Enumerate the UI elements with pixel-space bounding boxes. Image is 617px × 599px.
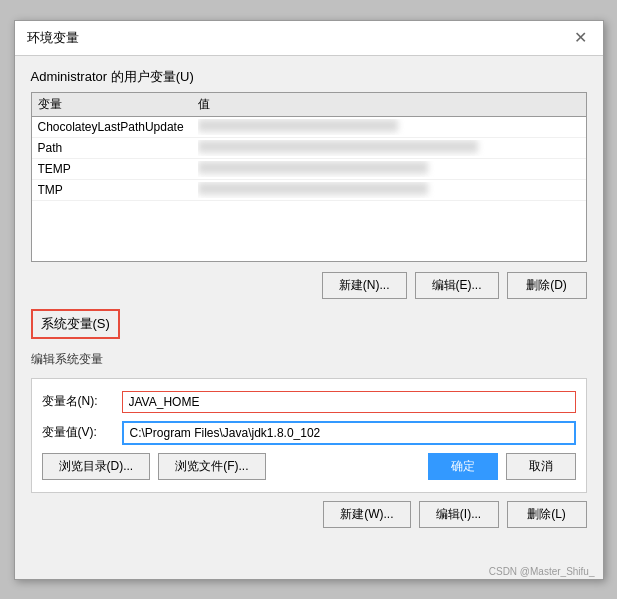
table-row[interactable]: Path — [32, 138, 586, 159]
user-section-label: Administrator 的用户变量(U) — [31, 68, 587, 86]
cancel-button[interactable]: 取消 — [506, 453, 576, 480]
var-name-cell: TEMP — [38, 162, 198, 176]
dialog-body: Administrator 的用户变量(U) 变量 值 ChocolateyLa… — [15, 56, 603, 550]
watermark: CSDN @Master_Shifu_ — [489, 566, 595, 577]
sys-sub-label: 编辑系统变量 — [31, 351, 587, 368]
edit-sys-var-panel: 变量名(N): 变量值(V): 浏览目录(D)... 浏览文件(F)... 确定… — [31, 378, 587, 493]
env-vars-dialog: 环境变量 ✕ Administrator 的用户变量(U) 变量 值 Choco… — [14, 20, 604, 580]
browse-file-button[interactable]: 浏览文件(F)... — [158, 453, 265, 480]
user-new-button[interactable]: 新建(N)... — [322, 272, 407, 299]
var-name-cell: Path — [38, 141, 198, 155]
var-val-cell — [198, 140, 580, 156]
sys-section-label: 系统变量(S) — [31, 309, 120, 339]
var-name-cell: ChocolateyLastPathUpdate — [38, 120, 198, 134]
var-name-cell: TMP — [38, 183, 198, 197]
var-val-row: 变量值(V): — [42, 421, 576, 445]
browse-dir-button[interactable]: 浏览目录(D)... — [42, 453, 151, 480]
col-var-header: 变量 — [38, 96, 198, 113]
var-val-cell — [198, 182, 580, 198]
table-row[interactable]: TEMP — [32, 159, 586, 180]
var-name-label: 变量名(N): — [42, 393, 122, 410]
var-name-input[interactable] — [122, 391, 576, 413]
sys-new-button[interactable]: 新建(W)... — [323, 501, 410, 528]
close-button[interactable]: ✕ — [570, 30, 591, 46]
var-name-row: 变量名(N): — [42, 391, 576, 413]
var-val-label: 变量值(V): — [42, 424, 122, 441]
col-val-header: 值 — [198, 96, 580, 113]
dialog-title: 环境变量 — [27, 29, 79, 47]
table-header: 变量 值 — [32, 93, 586, 117]
title-bar: 环境变量 ✕ — [15, 21, 603, 56]
table-row[interactable]: TMP — [32, 180, 586, 201]
sys-delete-button[interactable]: 删除(L) — [507, 501, 587, 528]
sys-edit-button[interactable]: 编辑(I)... — [419, 501, 499, 528]
sys-vars-btn-row: 新建(W)... 编辑(I)... 删除(L) — [31, 501, 587, 528]
var-val-cell — [198, 161, 580, 177]
user-vars-table: 变量 值 ChocolateyLastPathUpdate Path TEMP … — [31, 92, 587, 262]
table-row[interactable]: ChocolateyLastPathUpdate — [32, 117, 586, 138]
var-val-cell — [198, 119, 580, 135]
ok-button[interactable]: 确定 — [428, 453, 498, 480]
user-edit-button[interactable]: 编辑(E)... — [415, 272, 499, 299]
user-vars-btn-row: 新建(N)... 编辑(E)... 删除(D) — [31, 272, 587, 299]
browse-btn-row: 浏览目录(D)... 浏览文件(F)... 确定 取消 — [42, 453, 576, 480]
user-delete-button[interactable]: 删除(D) — [507, 272, 587, 299]
var-val-input[interactable] — [122, 421, 576, 445]
